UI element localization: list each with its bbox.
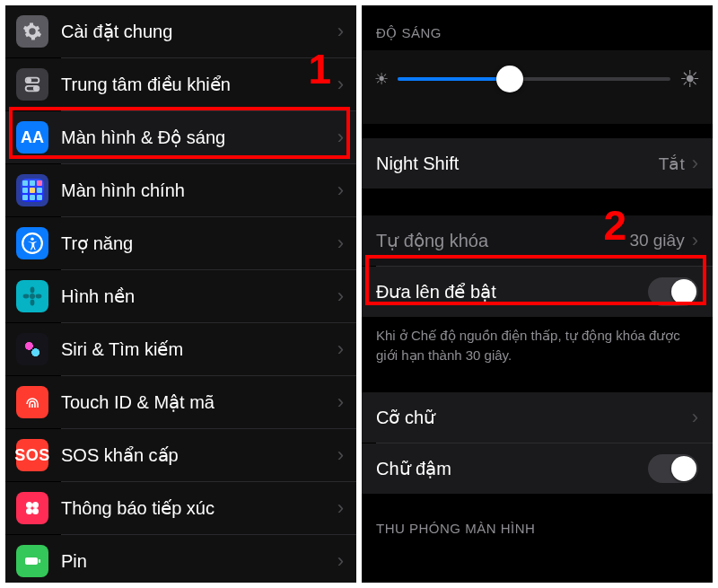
sos-icon: SOS: [16, 439, 48, 471]
settings-item-siri[interactable]: Siri & Tìm kiếm ›: [5, 323, 356, 375]
auto-lock-footer-note: Khi ở Chế độ nguồn điện thấp, tự động kh…: [362, 317, 713, 365]
svg-point-1: [28, 79, 31, 83]
row-label: Chữ đậm: [376, 458, 648, 479]
svg-point-13: [26, 508, 32, 514]
chevron-right-icon: ›: [331, 232, 344, 255]
sun-large-icon: ☀: [679, 66, 700, 93]
home-grid-icon: [16, 174, 48, 206]
text-size-row[interactable]: Cỡ chữ ›: [362, 392, 713, 443]
text-size-icon: AA: [16, 121, 48, 154]
row-label: Tự động khóa: [376, 230, 629, 251]
svg-rect-16: [39, 559, 40, 563]
chevron-right-icon: ›: [331, 496, 344, 520]
row-value: 30 giây: [629, 231, 684, 250]
settings-item-label: Cài đặt chung: [61, 21, 331, 42]
settings-item-label: Trung tâm điều khiển: [61, 74, 331, 95]
svg-point-8: [31, 300, 35, 306]
settings-item-display-brightness[interactable]: AA Màn hình & Độ sáng ›: [5, 111, 356, 163]
fingerprint-icon: [16, 386, 48, 418]
chevron-right-icon: ›: [331, 20, 344, 43]
section-header-brightness: ĐỘ SÁNG: [362, 5, 713, 50]
settings-item-exposure[interactable]: Thông báo tiếp xúc ›: [5, 482, 356, 534]
auto-lock-row[interactable]: Tự động khóa 30 giây ›: [362, 215, 713, 266]
settings-item-label: Siri & Tìm kiếm: [61, 338, 331, 360]
settings-item-label: Touch ID & Mật mã: [61, 391, 331, 413]
settings-main-screen: Cài đặt chung › Trung tâm điều khiển › A…: [5, 5, 356, 583]
brightness-control: ☀ ☀: [362, 50, 713, 124]
raise-to-wake-row[interactable]: Đưa lên để bật: [362, 267, 713, 317]
row-label: Cỡ chữ: [376, 407, 692, 428]
settings-item-label: Hình nền: [61, 285, 331, 307]
bold-text-row[interactable]: Chữ đậm: [362, 443, 713, 494]
chevron-right-icon: ›: [331, 73, 344, 96]
siri-icon: [16, 333, 48, 365]
display-brightness-screen: ĐỘ SÁNG ☀ ☀ Night Shift Tắt › Tự động kh…: [362, 5, 713, 583]
svg-point-14: [32, 508, 39, 514]
svg-point-12: [32, 502, 39, 508]
chevron-right-icon: ›: [331, 285, 344, 308]
settings-item-label: SOS khẩn cấp: [61, 444, 331, 466]
row-label: Đưa lên để bật: [376, 281, 648, 303]
chevron-right-icon: ›: [692, 152, 698, 175]
chevron-right-icon: ›: [692, 406, 698, 429]
settings-item-label: Thông báo tiếp xúc: [61, 497, 331, 519]
settings-item-wallpaper[interactable]: Hình nền ›: [5, 270, 356, 322]
settings-item-label: Pin: [61, 551, 331, 572]
raise-to-wake-toggle[interactable]: [648, 277, 698, 306]
switches-icon: [16, 68, 48, 101]
gear-icon: [16, 15, 48, 48]
night-shift-row[interactable]: Night Shift Tắt ›: [362, 138, 713, 189]
settings-item-accessibility[interactable]: Trợ năng ›: [5, 217, 356, 269]
exposure-icon: [16, 492, 48, 524]
settings-item-control-center[interactable]: Trung tâm điều khiển ›: [5, 58, 356, 110]
svg-point-3: [34, 87, 38, 91]
sun-small-icon: ☀: [374, 69, 389, 89]
chevron-right-icon: ›: [331, 391, 344, 414]
settings-item-label: Màn hình chính: [61, 180, 331, 201]
settings-item-label: Trợ năng: [61, 233, 331, 254]
bold-text-toggle[interactable]: [648, 454, 698, 483]
chevron-right-icon: ›: [692, 229, 698, 252]
svg-point-9: [23, 294, 30, 299]
flower-icon: [16, 280, 48, 312]
settings-item-general[interactable]: Cài đặt chung ›: [5, 5, 356, 57]
svg-point-7: [31, 287, 35, 294]
settings-item-battery[interactable]: Pin ›: [5, 535, 356, 583]
svg-point-6: [30, 294, 35, 299]
chevron-right-icon: ›: [331, 443, 344, 467]
svg-rect-15: [25, 557, 38, 565]
chevron-right-icon: ›: [331, 549, 344, 573]
battery-icon: [16, 545, 48, 577]
svg-point-5: [31, 237, 33, 240]
chevron-right-icon: ›: [331, 179, 344, 202]
chevron-right-icon: ›: [331, 338, 344, 361]
settings-item-label: Màn hình & Độ sáng: [61, 127, 331, 148]
settings-item-home-screen[interactable]: Màn hình chính ›: [5, 164, 356, 216]
svg-point-10: [36, 294, 42, 299]
settings-item-sos[interactable]: SOS SOS khẩn cấp ›: [5, 429, 356, 481]
accessibility-icon: [16, 227, 48, 259]
section-header-zoom: THU PHÓNG MÀN HÌNH: [362, 494, 713, 545]
row-label: Night Shift: [376, 154, 659, 174]
brightness-slider[interactable]: [398, 77, 670, 81]
settings-item-touchid[interactable]: Touch ID & Mật mã ›: [5, 376, 356, 428]
slider-thumb[interactable]: [496, 66, 523, 92]
row-value: Tắt: [659, 154, 685, 174]
chevron-right-icon: ›: [331, 126, 344, 149]
svg-point-11: [26, 502, 32, 508]
